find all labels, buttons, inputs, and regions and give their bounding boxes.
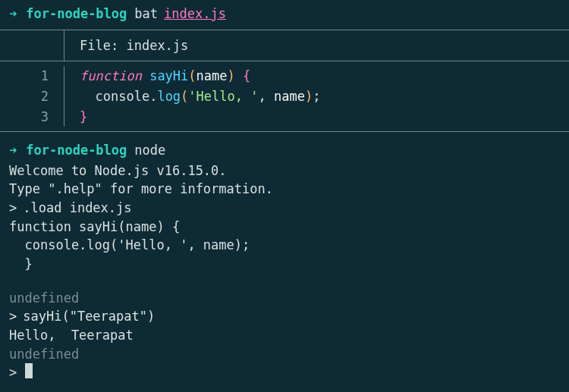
- cursor-icon: [25, 363, 33, 378]
- repl-call-line[interactable]: > sayHi("Teerapat"): [0, 307, 569, 326]
- file-arg: index.js: [164, 5, 226, 24]
- repl-load-line[interactable]: > .load index.js: [0, 199, 569, 218]
- string-literal: 'Hello, ': [188, 89, 258, 104]
- paren-open: (: [188, 68, 196, 83]
- code-content: }: [64, 107, 87, 127]
- repl-caret-icon: >: [9, 307, 17, 326]
- code-content: console.log('Hello, ', name);: [64, 86, 320, 107]
- node-welcome: Welcome to Node.js v16.15.0.: [0, 162, 569, 180]
- shell-prompt-node[interactable]: ➜ for-node-blog node: [0, 140, 569, 162]
- line-number: 1: [0, 66, 64, 86]
- repl-caret-icon: >: [9, 363, 17, 382]
- function-name: sayHi: [149, 68, 188, 83]
- echo-line-3: }: [0, 255, 569, 274]
- command-bat: bat: [134, 5, 158, 24]
- line-number: 2: [0, 86, 64, 107]
- object: console: [95, 89, 149, 104]
- cwd-label: for-node-blog: [26, 141, 127, 160]
- bat-code-body: 1 function sayHi(name) { 2 console.log('…: [0, 61, 569, 131]
- indent: [80, 89, 95, 104]
- brace-open: {: [243, 68, 250, 83]
- shell-prompt-bat[interactable]: ➜ for-node-blog bat index.js: [0, 3, 569, 25]
- semicolon: ;: [313, 89, 320, 104]
- bat-header: File: index.js: [0, 30, 569, 62]
- code-line-2: 2 console.log('Hello, ', name);: [0, 86, 569, 107]
- repl-caret-icon: >: [9, 199, 17, 218]
- cwd-label: for-node-blog: [26, 5, 127, 24]
- blank-line: [0, 274, 569, 289]
- brace-close: }: [80, 109, 87, 124]
- line-number: 3: [0, 107, 64, 127]
- code-line-1: 1 function sayHi(name) {: [0, 66, 569, 86]
- dot: .: [149, 89, 157, 104]
- echo-line-2: console.log('Hello, ', name);: [0, 236, 569, 255]
- paren-close: ): [228, 68, 235, 83]
- keyword: function: [80, 68, 142, 83]
- prompt-arrow-icon: ➜: [9, 141, 17, 160]
- paren-open: (: [181, 89, 188, 104]
- identifier: name: [274, 89, 305, 104]
- bat-output: File: index.js 1 function sayHi(name) { …: [0, 30, 569, 133]
- repl-call-command: sayHi("Teerapat"): [23, 307, 155, 326]
- console-output: Hello, Teerapat: [0, 326, 569, 345]
- command-node: node: [134, 141, 165, 160]
- param: name: [196, 68, 228, 83]
- undefined-result-2: undefined: [0, 345, 569, 364]
- prompt-arrow-icon: ➜: [9, 5, 17, 24]
- code-line-3: 3 }: [0, 107, 569, 127]
- node-help-hint: Type ".help" for more information.: [0, 180, 569, 199]
- method: log: [157, 89, 181, 104]
- repl-active-prompt[interactable]: >: [0, 363, 569, 382]
- file-label-text: File:: [80, 38, 118, 53]
- comma: ,: [258, 89, 273, 104]
- code-content: function sayHi(name) {: [64, 66, 250, 86]
- paren-close: ): [305, 89, 313, 104]
- undefined-result-1: undefined: [0, 289, 569, 308]
- echo-line-1: function sayHi(name) {: [0, 218, 569, 237]
- gutter-spacer: [0, 30, 64, 61]
- file-name-text: index.js: [126, 38, 188, 53]
- bat-file-label: File: index.js: [64, 30, 203, 61]
- repl-load-command: .load index.js: [23, 199, 131, 218]
